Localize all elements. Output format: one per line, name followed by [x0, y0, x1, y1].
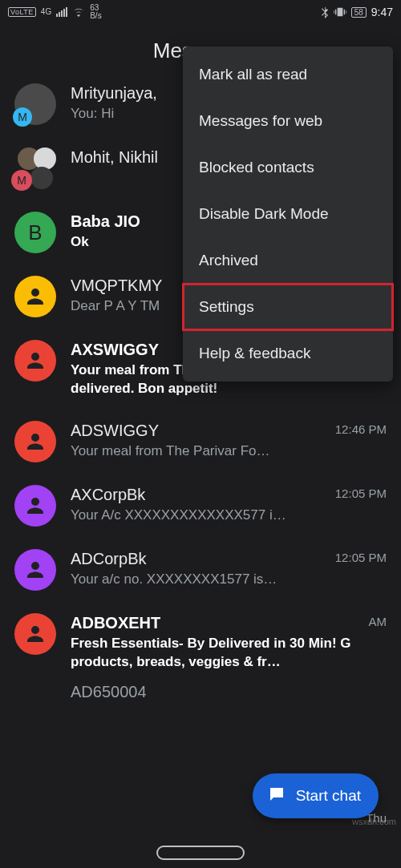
- conversation-snippet: Your A/c XXXXXXXXXXXXX577 i…: [71, 507, 387, 525]
- menu-item-archived[interactable]: Archived: [183, 237, 393, 284]
- avatar: [14, 549, 56, 591]
- conversation-row[interactable]: ADBOXEHTFresh Essentials- By Delivered i…: [0, 602, 401, 683]
- avatar: [14, 613, 56, 655]
- menu-item-help-feedback[interactable]: Help & feedback: [183, 330, 393, 377]
- avatar: [14, 276, 56, 317]
- clock: 9:47: [371, 6, 393, 18]
- data-speed: 63B/s: [90, 4, 101, 20]
- avatar: [14, 421, 56, 462]
- menu-item-settings[interactable]: Settings: [183, 284, 393, 330]
- start-chat-fab[interactable]: Start chat: [253, 773, 379, 818]
- conversation-snippet: Your a/c no. XXXXXXXX1577 is…: [71, 571, 387, 589]
- wifi-icon: [72, 7, 85, 17]
- volte-badge: VoLTE: [8, 7, 36, 17]
- menu-item-mark-all-as-read[interactable]: Mark all as read: [183, 51, 393, 98]
- conversation-time: 12:05 PM: [335, 551, 387, 564]
- menu-item-blocked-contacts[interactable]: Blocked contacts: [183, 144, 393, 191]
- bluetooth-icon: [321, 6, 329, 18]
- avatar: M: [14, 147, 56, 189]
- battery-badge: 58: [351, 7, 367, 18]
- menu-item-disable-dark-mode[interactable]: Disable Dark Mode: [183, 191, 393, 237]
- avatar: [14, 485, 56, 527]
- status-bar: VoLTE 4G 63B/s 58 9:47: [0, 0, 401, 24]
- fab-label: Start chat: [296, 787, 361, 805]
- signal-icon: [56, 7, 67, 17]
- conversation-time: AM: [369, 615, 387, 628]
- peek-next-title: AD650004: [0, 683, 401, 701]
- conversation-row[interactable]: AXCorpBkYour A/c XXXXXXXXXXXXX577 i…12:0…: [0, 474, 401, 538]
- conversation-snippet: Fresh Essentials- By Delivered in 30 Min…: [71, 635, 387, 672]
- nav-pill[interactable]: [156, 846, 245, 860]
- vibrate-icon: [334, 6, 346, 18]
- chat-icon: [267, 785, 286, 808]
- avatar: B: [14, 212, 56, 253]
- avatar: M: [14, 83, 56, 125]
- menu-item-messages-for-web[interactable]: Messages for web: [183, 98, 393, 144]
- conversation-title: ADBOXEHT: [71, 613, 387, 633]
- conversation-row[interactable]: ADSWIGGYYour meal from The Parivar Fo…12…: [0, 410, 401, 474]
- conversation-time: 12:05 PM: [335, 486, 387, 500]
- conversation-snippet: Your meal from The Parivar Fo…: [71, 442, 387, 461]
- conversation-time: 12:46 PM: [335, 422, 387, 436]
- conversation-row[interactable]: ADCorpBkYour a/c no. XXXXXXXX1577 is…12:…: [0, 538, 401, 602]
- network-gen: 4G: [41, 8, 51, 16]
- avatar: [14, 340, 56, 382]
- overflow-menu[interactable]: Mark all as readMessages for webBlocked …: [183, 46, 393, 382]
